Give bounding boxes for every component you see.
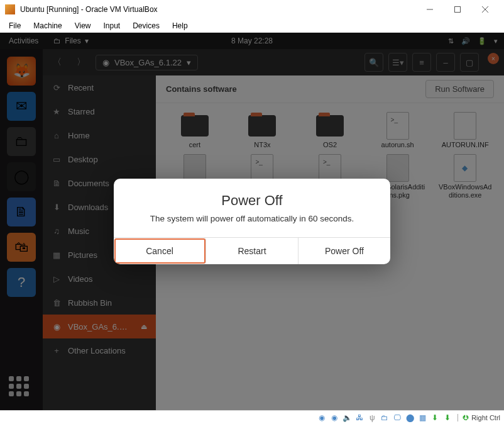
volume-icon: 🔊 <box>461 37 470 45</box>
sidebar-icon: ▷ <box>52 274 62 284</box>
menu-input[interactable]: Input <box>97 20 127 31</box>
sidebar-icon: 🗑 <box>52 298 62 308</box>
vb-titlebar: Ubuntu [Running] - Oracle VM VirtualBox <box>0 0 504 19</box>
file-item[interactable]: OS2 <box>297 113 363 149</box>
sidebar-item-other-locations[interactable]: +Other Locations <box>43 338 156 362</box>
forward-button[interactable]: 〉 <box>72 53 90 72</box>
sidebar-item-recent[interactable]: ⟳Recent <box>43 75 156 99</box>
sidebar-icon: ♫ <box>52 226 62 236</box>
folder-icon <box>316 115 344 137</box>
sidebar-label: Rubbish Bin <box>68 298 112 308</box>
mouse-icon[interactable]: ⬇ <box>430 413 440 423</box>
recording-icon[interactable]: ⬤ <box>405 413 415 423</box>
sidebar-label: Downloads <box>68 203 108 212</box>
activities-button[interactable]: Activities <box>0 36 47 45</box>
sidebar-item-starred[interactable]: ★Starred <box>43 99 156 123</box>
cpu-icon[interactable]: ▦ <box>417 413 427 423</box>
hostkey-arrow-icon: ⮋ <box>462 414 469 421</box>
sidebar-label: VBox_GAs_6.… <box>68 322 128 332</box>
file-icon <box>319 154 341 182</box>
dialog-title: Power Off <box>114 179 390 214</box>
folder-icon <box>248 115 276 137</box>
file-label: VBoxWindowsAdditions.exe <box>437 183 493 199</box>
file-item[interactable]: AUTORUN.INF <box>432 113 498 149</box>
hd-icon[interactable]: ◉ <box>317 413 327 423</box>
network-icon[interactable]: 🖧 <box>354 413 364 423</box>
files-headerbar: 〈 〉 ◉ VBox_GAs_6.1.22 ▾ 🔍 ☰▾ ≡ – ▢ × <box>43 49 504 75</box>
dock-rhythmbox[interactable]: ◯ <box>7 162 36 191</box>
sidebar-icon: ★ <box>52 107 62 116</box>
ubuntu-topbar: Activities 🗀 Files ▾ 8 May 22:28 ⇅ 🔊 🔋 ▾ <box>0 33 504 49</box>
dock-software[interactable]: 🛍 <box>7 233 36 262</box>
file-item[interactable]: NT3x <box>230 113 295 149</box>
optical-icon[interactable]: ◉ <box>329 413 339 423</box>
cancel-button[interactable]: Cancel <box>114 238 206 264</box>
location-label: VBox_GAs_6.1.22 <box>114 58 182 67</box>
sidebar-label: Documents <box>68 179 109 188</box>
menu-devices[interactable]: Devices <box>126 20 166 31</box>
location-pill[interactable]: ◉ VBox_GAs_6.1.22 ▾ <box>96 55 198 70</box>
dialog-message: The system will power off automatically … <box>114 214 390 237</box>
clock[interactable]: 8 May 22:28 <box>231 36 273 45</box>
restart-button[interactable]: Restart <box>206 238 299 264</box>
chevron-down-icon: ▾ <box>187 58 191 67</box>
svg-rect-1 <box>455 7 461 13</box>
window-maximize[interactable]: ▢ <box>460 53 479 72</box>
maximize-button[interactable] <box>444 1 471 18</box>
file-label: autorun.sh <box>381 141 414 149</box>
hostkey-label: Right Ctrl <box>471 414 500 421</box>
sidebar-icon: ⬇ <box>52 203 62 212</box>
ubuntu-dock: 🦊 ✉ 🗀 ◯ 🗎 🛍 ? <box>0 49 43 410</box>
sidebar-label: Other Locations <box>68 346 126 355</box>
sidebar-label: Starred <box>68 107 95 116</box>
shared-folders-icon[interactable]: 🗀 <box>380 413 390 423</box>
run-software-button[interactable]: Run Software <box>425 80 494 98</box>
app-menu[interactable]: 🗀 Files ▾ <box>47 36 94 45</box>
poweroff-button[interactable]: Power Off <box>299 238 390 264</box>
minimize-button[interactable] <box>416 1 444 18</box>
search-button[interactable]: 🔍 <box>364 53 383 72</box>
close-button[interactable] <box>471 1 499 18</box>
back-button[interactable]: 〈 <box>48 53 67 72</box>
hamburger-menu[interactable]: ≡ <box>412 53 431 72</box>
sidebar-item-videos[interactable]: ▷Videos <box>43 267 156 291</box>
file-icon <box>454 154 476 182</box>
host-key-indicator[interactable]: ⮋ Right Ctrl <box>457 414 500 421</box>
vb-statusbar: ◉ ◉ 🔈 🖧 ψ 🗀 🖵 ⬤ ▦ ⬇ ⬇ ⮋ Right Ctrl <box>0 410 504 424</box>
infobar-label: Contains software <box>166 84 237 94</box>
view-list-button[interactable]: ☰▾ <box>388 53 407 72</box>
display-icon[interactable]: 🖵 <box>392 413 402 423</box>
dock-files[interactable]: 🗀 <box>7 127 36 156</box>
sidebar-icon: 🗎 <box>52 179 62 188</box>
sidebar-item-vbox-gas-[interactable]: ◉VBox_GAs_6.…⏏ <box>43 315 156 338</box>
file-item[interactable]: cert <box>162 113 227 149</box>
eject-icon[interactable]: ⏏ <box>141 323 147 331</box>
window-minimize[interactable]: – <box>436 53 455 72</box>
sidebar-item-rubbish-bin[interactable]: 🗑Rubbish Bin <box>43 291 156 315</box>
sidebar-label: Home <box>68 131 90 140</box>
dock-thunderbird[interactable]: ✉ <box>7 92 36 121</box>
usb-icon[interactable]: ψ <box>367 413 377 423</box>
sidebar-label: Pictures <box>68 250 97 260</box>
keyboard-icon[interactable]: ⬇ <box>442 413 452 423</box>
system-tray[interactable]: ⇅ 🔊 🔋 ▾ <box>448 37 498 45</box>
sidebar-item-desktop[interactable]: ▭Desktop <box>43 147 156 171</box>
sidebar-item-home[interactable]: ⌂Home <box>43 123 156 147</box>
file-icon <box>251 154 273 182</box>
guest-viewport: Activities 🗀 Files ▾ 8 May 22:28 ⇅ 🔊 🔋 ▾… <box>0 33 504 410</box>
window-close[interactable]: × <box>488 53 499 64</box>
menu-help[interactable]: Help <box>166 20 194 31</box>
show-applications[interactable] <box>9 376 34 401</box>
disc-icon: ◉ <box>102 58 109 67</box>
battery-icon: 🔋 <box>478 37 486 45</box>
app-menu-label: Files <box>65 36 80 45</box>
menu-machine[interactable]: Machine <box>27 20 68 31</box>
dock-firefox[interactable]: 🦊 <box>7 57 36 86</box>
audio-icon[interactable]: 🔈 <box>342 413 352 423</box>
dock-help[interactable]: ? <box>7 268 36 297</box>
menu-file[interactable]: File <box>3 20 27 31</box>
dock-writer[interactable]: 🗎 <box>7 198 36 226</box>
file-item[interactable]: autorun.sh <box>365 113 430 149</box>
file-item[interactable]: VBoxWindowsAdditions.exe <box>432 155 498 199</box>
menu-view[interactable]: View <box>68 20 97 31</box>
